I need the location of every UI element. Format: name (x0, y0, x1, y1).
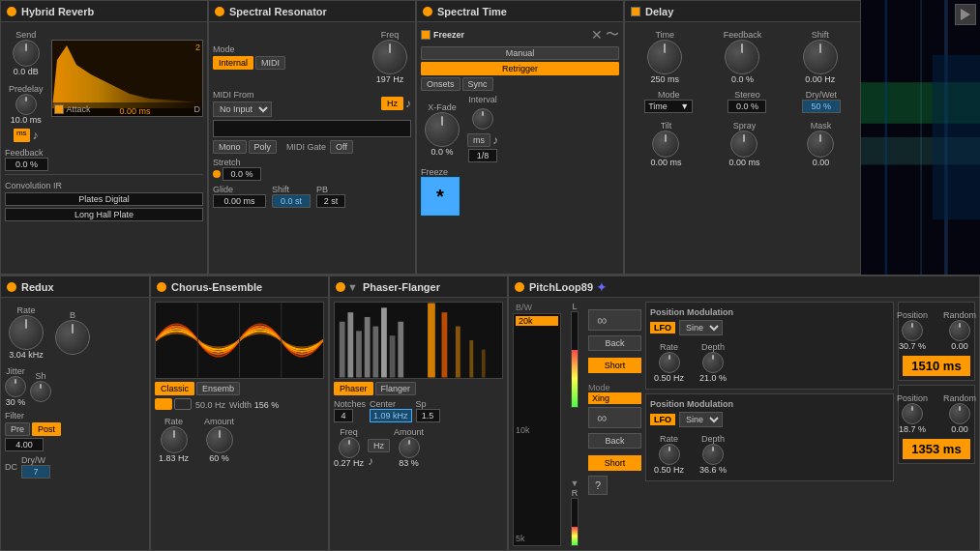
freq-5k[interactable]: 5k (516, 534, 558, 543)
ir-option2[interactable]: Long Hall Plate (5, 208, 203, 221)
classic-btn[interactable]: Classic (155, 382, 194, 395)
phaser-amount-value: 83 % (399, 458, 419, 468)
midi-btn[interactable]: MIDI (255, 56, 285, 70)
phaser-power[interactable] (336, 282, 345, 292)
mask-knob[interactable] (807, 130, 834, 158)
lfo-select-top[interactable]: LFO (650, 322, 675, 334)
play-button[interactable] (955, 4, 976, 25)
freq-20k[interactable]: 20k (516, 316, 558, 326)
random-knob-bottom-control[interactable] (949, 403, 970, 424)
rate-knob[interactable] (9, 315, 44, 350)
phaser-freq-knob[interactable] (339, 437, 360, 458)
shape-2[interactable] (174, 398, 192, 410)
sp-value[interactable]: 1.5 (416, 409, 440, 422)
freq-knob[interactable] (372, 40, 407, 74)
xing-btn[interactable]: Xing (588, 392, 641, 404)
short-btn-2[interactable]: Short (588, 455, 641, 471)
phaser-hz-btn[interactable]: Hz (368, 439, 390, 452)
poly-btn[interactable]: Poly (249, 140, 278, 154)
depth-knob-top-control[interactable] (702, 352, 724, 373)
shift-value[interactable]: 0.0 st (272, 194, 311, 208)
redux-power[interactable] (7, 282, 16, 292)
back-btn-1[interactable]: Back (588, 335, 641, 351)
sync-btn[interactable]: Sync (462, 77, 493, 91)
phaser-btn[interactable]: Phaser (334, 382, 373, 395)
pb-value[interactable]: 2 st (316, 194, 345, 208)
time-knob[interactable] (647, 40, 682, 74)
sh-knob[interactable] (30, 381, 51, 402)
ir-option1[interactable]: Plates Digital (5, 192, 203, 206)
position-knob-bottom-control[interactable] (902, 403, 923, 424)
ensemble-btn[interactable]: Ensemb (196, 382, 240, 395)
stereo-value[interactable]: 0.0 % (728, 100, 766, 113)
internal-btn[interactable]: Internal (213, 56, 253, 70)
freezer-checkbox[interactable] (421, 30, 431, 40)
sine-select-top[interactable]: Sine (679, 320, 723, 335)
midi-from-select[interactable]: No Input (213, 102, 272, 117)
feedback-value[interactable]: 0.0 % (5, 158, 48, 171)
center-value[interactable]: 1.09 kHz (370, 409, 412, 422)
music-note-icon[interactable]: ♪ (405, 97, 411, 110)
notches-value[interactable]: 4 (334, 409, 353, 422)
xfade-knob[interactable] (425, 112, 460, 147)
inf-btn-bottom[interactable]: ∞ (588, 407, 641, 428)
freq-10k[interactable]: 10k (516, 425, 558, 435)
interval-knob[interactable] (472, 108, 493, 130)
pre-btn[interactable]: Pre (5, 422, 30, 436)
hybrid-reverb-power[interactable] (7, 7, 16, 16)
wave-icon[interactable]: 〜 (606, 26, 619, 44)
freeze-btn[interactable]: * (421, 177, 460, 216)
chorus-rate-knob[interactable] (161, 426, 188, 453)
depth-knob-bottom-control[interactable] (702, 444, 724, 465)
pitchloop89-power[interactable] (515, 282, 524, 292)
ms-tag[interactable]: ms (14, 129, 30, 142)
dry-wet-value[interactable]: 7 (21, 465, 50, 478)
short-btn-1[interactable]: Short (588, 358, 641, 373)
mode-select[interactable]: Time ▼ (644, 100, 693, 113)
b-knob[interactable] (55, 320, 90, 355)
rate-knob-bottom-control[interactable] (659, 444, 680, 465)
chorus-power[interactable] (157, 282, 166, 292)
delay-checkbox[interactable] (631, 7, 640, 16)
tilt-knob[interactable] (652, 130, 679, 158)
lfo-select-bottom[interactable]: LFO (650, 414, 675, 425)
predelay-knob[interactable] (15, 94, 37, 115)
shape-1[interactable] (155, 398, 172, 410)
back-btn-2[interactable]: Back (588, 433, 641, 449)
post-btn[interactable]: Post (32, 422, 61, 436)
filter-value[interactable]: 4.00 (5, 438, 44, 451)
jitter-knob[interactable] (5, 376, 26, 397)
phaser-note-icon[interactable]: ♪ (368, 454, 390, 468)
phaser-dropdown-icon[interactable]: ▼ (347, 281, 358, 293)
chorus-amount-knob[interactable] (206, 426, 233, 453)
position-knob-top-control[interactable] (902, 320, 923, 341)
note-icon[interactable]: ♪ (33, 129, 39, 142)
attack-checkbox[interactable] (54, 104, 64, 114)
chevron-down-icon[interactable]: ▼ (571, 478, 579, 488)
spray-knob[interactable] (730, 130, 757, 158)
onsets-btn[interactable]: Onsets (421, 77, 460, 91)
dry-wet-value[interactable]: 50 % (802, 100, 841, 113)
hz-btn[interactable]: Hz (381, 97, 403, 110)
shift-knob[interactable] (803, 40, 838, 74)
glide-value[interactable]: 0.00 ms (213, 194, 266, 208)
flanger-btn[interactable]: Flanger (375, 382, 417, 395)
mono-btn[interactable]: Mono (213, 140, 247, 154)
feedback-knob[interactable] (725, 40, 759, 74)
note-icon-2[interactable]: ♪ (492, 133, 498, 147)
ms-btn[interactable]: ms (467, 133, 490, 147)
x-icon[interactable]: ✕ (591, 27, 603, 43)
midi-gate-value[interactable]: Off (330, 140, 353, 154)
phaser-amount-knob[interactable] (399, 437, 420, 458)
spectral-time-power[interactable] (423, 7, 432, 16)
question-btn[interactable]: ? (588, 476, 608, 495)
random-knob-top-control[interactable] (949, 320, 970, 341)
inf-btn-top[interactable]: ∞ (588, 309, 641, 331)
send-knob[interactable] (13, 40, 40, 67)
stretch-value[interactable]: 0.0 % (223, 167, 261, 181)
sine-select-bottom[interactable]: Sine (679, 412, 723, 427)
retrigger-btn[interactable]: Retrigger (421, 62, 619, 75)
spectral-resonator-power[interactable] (215, 7, 224, 16)
rate-knob-top-control[interactable] (659, 352, 680, 373)
manual-btn[interactable]: Manual (421, 46, 619, 60)
